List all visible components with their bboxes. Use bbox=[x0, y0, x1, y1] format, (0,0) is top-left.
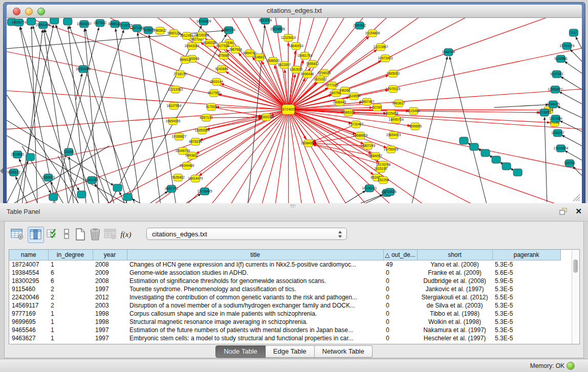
divider-grip-icon[interactable] bbox=[290, 204, 295, 207]
network-node-19654935[interactable]: 19654935 bbox=[165, 118, 180, 125]
network-node-19166827[interactable]: 19166827 bbox=[171, 133, 186, 140]
network-node[interactable] bbox=[481, 149, 490, 157]
network-node-15218506[interactable]: 15218506 bbox=[270, 26, 285, 33]
memory-ok-indicator[interactable] bbox=[567, 362, 575, 370]
network-node-9129966[interactable]: 9129966 bbox=[554, 55, 568, 62]
network-node-9657771[interactable]: 9657771 bbox=[165, 185, 178, 192]
tab-node-table[interactable]: Node Table bbox=[215, 345, 266, 358]
network-node-7485063[interactable]: 7485063 bbox=[386, 70, 400, 77]
network-node-9227343[interactable]: 9227343 bbox=[550, 71, 563, 78]
network-node-10653247[interactable]: 10653247 bbox=[77, 20, 92, 28]
network-node-16961758[interactable]: 16961758 bbox=[297, 52, 312, 59]
network-node-19654923[interactable]: 19654923 bbox=[386, 132, 401, 139]
network-node-2687682[interactable]: 2687682 bbox=[353, 22, 366, 29]
table-select[interactable]: citations_edges.txt bbox=[146, 228, 347, 240]
network-node-8813054[interactable]: 8813054 bbox=[259, 18, 272, 24]
network-node-16053809[interactable]: 16053809 bbox=[197, 18, 211, 25]
network-node-16543312[interactable]: 16543312 bbox=[184, 42, 199, 50]
network-node-20691406[interactable]: 20691406 bbox=[36, 21, 51, 29]
network-node-18640910[interactable]: 18640910 bbox=[289, 42, 303, 50]
network-node[interactable] bbox=[49, 193, 58, 201]
network-node-12213363[interactable]: 12213363 bbox=[168, 86, 183, 93]
network-node-15198[interactable]: 15198 bbox=[64, 148, 73, 156]
network-node-1948794[interactable]: 1948794 bbox=[442, 49, 455, 56]
network-node-62160[interactable]: 62160 bbox=[373, 104, 382, 111]
column-header-filler[interactable] bbox=[560, 250, 573, 260]
table-row[interactable]: 977716911998Corpus callosum shape and si… bbox=[9, 310, 573, 318]
network-node-2620650[interactable]: 2620650 bbox=[11, 151, 24, 158]
network-node-9242848[interactable]: 9242848 bbox=[215, 65, 228, 73]
table-row[interactable]: 1872400712008Changes of HCN gene express… bbox=[9, 260, 573, 269]
column-header-title[interactable]: title bbox=[127, 250, 383, 260]
network-node-9115460[interactable]: 9115460 bbox=[407, 107, 420, 115]
column-header-name[interactable]: name bbox=[9, 250, 48, 260]
network-node-9427552[interactable]: 9427552 bbox=[207, 90, 221, 97]
column-header-pagerank[interactable]: pagerank bbox=[492, 250, 560, 260]
network-node-14136141[interactable]: 14136141 bbox=[362, 185, 377, 192]
float-panel-icon[interactable] bbox=[559, 208, 568, 217]
network-node-16914479[interactable]: 16914479 bbox=[188, 175, 203, 182]
network-node-18724007[interactable]: 18724007 bbox=[281, 105, 296, 115]
network-node-18107554[interactable]: 18107554 bbox=[166, 102, 181, 110]
table-row[interactable]: 911546021997Tourette syndrome. Phenomeno… bbox=[9, 285, 573, 293]
close-panel-icon[interactable]: ✕ bbox=[575, 207, 582, 216]
network-node-2867608[interactable]: 2867608 bbox=[229, 46, 243, 53]
network-node-1624554[interactable]: 1624554 bbox=[347, 93, 361, 100]
column-selection-icon[interactable] bbox=[28, 227, 44, 243]
scrollbar-thumb[interactable] bbox=[573, 259, 578, 273]
network-node-18300295[interactable]: 18300295 bbox=[259, 114, 274, 121]
network-node[interactable] bbox=[77, 191, 86, 198]
tab-edge-table[interactable]: Edge Table bbox=[266, 345, 315, 358]
delete-table-icon[interactable] bbox=[88, 227, 103, 242]
network-node-16353554[interactable]: 16353554 bbox=[195, 127, 210, 134]
table-row[interactable]: 946554611997Estimation of the future num… bbox=[9, 326, 573, 334]
network-node-989012[interactable]: 989012 bbox=[180, 56, 191, 63]
network-node-8267130[interactable]: 8267130 bbox=[200, 114, 213, 121]
network-node-16099489[interactable]: 16099489 bbox=[179, 162, 194, 169]
network-graph[interactable]: 1872400718300295158852091468218454749286… bbox=[7, 18, 582, 203]
network-node[interactable] bbox=[123, 193, 132, 201]
network-node-9699695[interactable]: 9699695 bbox=[408, 123, 422, 130]
network-node-746266[interactable]: 746266 bbox=[339, 87, 351, 94]
panel-collapse-arrow-icon[interactable] bbox=[0, 168, 3, 174]
tab-network-table[interactable]: Network Table bbox=[315, 345, 373, 358]
network-node-9463627[interactable]: 9463627 bbox=[392, 100, 405, 107]
network-node-9505152[interactable]: 9505152 bbox=[7, 169, 20, 176]
resize-grip-icon[interactable] bbox=[572, 193, 581, 202]
network-node-875985[interactable]: 875985 bbox=[218, 52, 229, 59]
network-node-5822057[interactable]: 5822057 bbox=[278, 61, 291, 69]
network-node-2803144[interactable]: 2803144 bbox=[210, 78, 223, 85]
network-canvas[interactable]: 1872400718300295158852091468218454749286… bbox=[7, 18, 582, 203]
new-table-icon[interactable] bbox=[73, 227, 88, 242]
table-row[interactable]: 1938455462009Genome-wide association stu… bbox=[9, 269, 573, 277]
network-node[interactable] bbox=[26, 154, 35, 161]
network-node-1112[interactable]: 1112 bbox=[569, 29, 578, 36]
network-node-1527602[interactable]: 1527602 bbox=[94, 19, 107, 27]
column-header-short[interactable]: short bbox=[417, 250, 492, 260]
network-node-10756928[interactable]: 10756928 bbox=[384, 146, 399, 153]
network-node[interactable] bbox=[27, 18, 36, 25]
table-row[interactable]: 2242004622012Investigating the contribut… bbox=[9, 293, 573, 301]
network-node-15751074[interactable]: 15751074 bbox=[559, 42, 574, 50]
network-node[interactable] bbox=[492, 156, 500, 163]
network-node-12093872[interactable]: 12093872 bbox=[548, 86, 562, 93]
network-node[interactable] bbox=[50, 18, 59, 24]
network-node-9860123[interactable]: 9860123 bbox=[167, 30, 181, 37]
network-node-917003[interactable]: 917003 bbox=[206, 103, 217, 111]
network-node-7955812[interactable]: 7955812 bbox=[306, 60, 319, 68]
column-header-year[interactable]: year bbox=[93, 250, 127, 260]
network-node-17016504[interactable]: 17016504 bbox=[553, 145, 568, 152]
select-all-icon[interactable] bbox=[45, 227, 60, 242]
network-node-12213967[interactable]: 12213967 bbox=[373, 43, 388, 51]
network-node-15720407[interactable]: 15720407 bbox=[349, 121, 363, 128]
network-node-152254[interactable]: 152254 bbox=[378, 177, 389, 184]
column-header-in_degree[interactable]: in_degree bbox=[48, 250, 93, 260]
column-header-out_de[interactable]: △ out_de... bbox=[383, 250, 417, 260]
network-window-titlebar[interactable]: citations_edges.txt bbox=[7, 5, 582, 18]
network-node[interactable] bbox=[63, 18, 72, 25]
network-node[interactable] bbox=[513, 169, 522, 176]
network-node[interactable] bbox=[470, 143, 478, 150]
network-node[interactable] bbox=[113, 184, 122, 191]
table-row[interactable]: 1456911722003Disruption of a novel membe… bbox=[9, 301, 573, 310]
table-row[interactable]: 946362711997Embryonic stem cells: a mode… bbox=[9, 334, 573, 342]
